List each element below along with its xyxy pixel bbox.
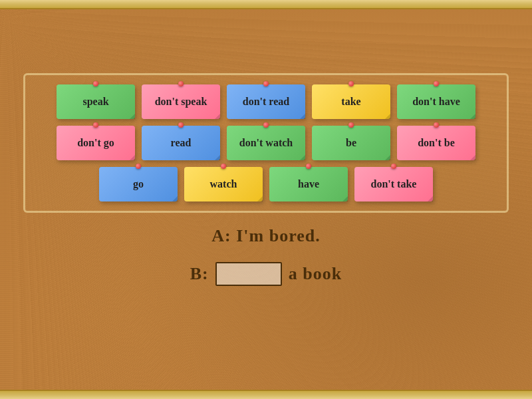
sentence-a: A: I'm bored. bbox=[0, 226, 532, 246]
text-area: A: I'm bored. B: a book bbox=[0, 226, 532, 286]
card-row-1: don't goreaddon't watchbedon't be bbox=[33, 126, 499, 160]
bottom-border bbox=[0, 390, 532, 399]
card-row-0: speakdon't speakdon't readtakedon't have bbox=[33, 84, 499, 119]
sentence-b: B: a book bbox=[0, 262, 532, 286]
card-be[interactable]: be bbox=[312, 126, 390, 160]
card-read[interactable]: read bbox=[142, 126, 220, 160]
sentence-b-suffix: a book bbox=[289, 264, 342, 284]
card-dont-read[interactable]: don't read bbox=[227, 84, 305, 119]
card-dont-have[interactable]: don't have bbox=[397, 84, 475, 119]
card-dont-take[interactable]: don't take bbox=[354, 167, 433, 201]
sentence-b-prefix: B: bbox=[190, 264, 209, 284]
card-dont-go[interactable]: don't go bbox=[57, 126, 135, 160]
card-dont-watch[interactable]: don't watch bbox=[227, 126, 305, 160]
card-take[interactable]: take bbox=[312, 84, 390, 119]
card-go[interactable]: go bbox=[99, 167, 178, 201]
card-board: speakdon't speakdon't readtakedon't have… bbox=[23, 73, 509, 213]
top-border bbox=[0, 0, 532, 9]
card-row-2: gowatchhavedon't take bbox=[33, 167, 499, 201]
card-speak[interactable]: speak bbox=[57, 84, 135, 119]
card-dont-be[interactable]: don't be bbox=[397, 126, 475, 160]
card-have[interactable]: have bbox=[269, 167, 348, 201]
answer-box[interactable] bbox=[215, 262, 282, 286]
card-dont-speak[interactable]: don't speak bbox=[142, 84, 220, 119]
card-watch[interactable]: watch bbox=[184, 167, 263, 201]
